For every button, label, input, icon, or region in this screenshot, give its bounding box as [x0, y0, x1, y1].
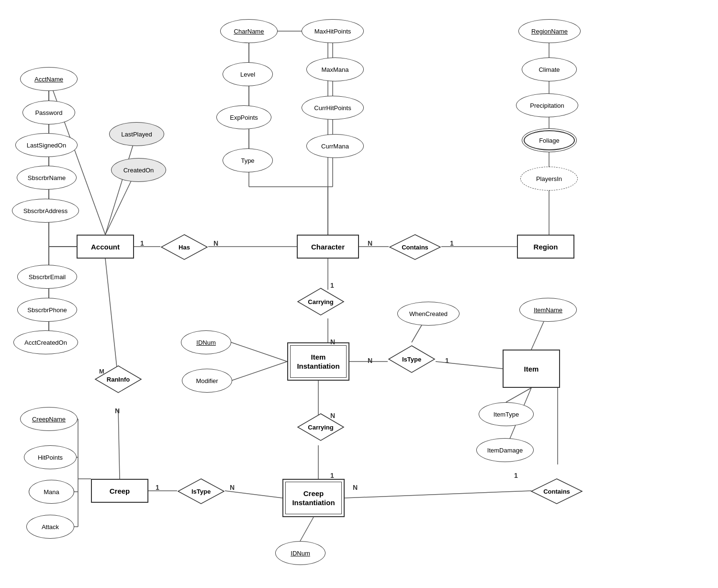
card-n-carrying-creep: N: [330, 412, 335, 419]
attr-password: Password: [22, 101, 75, 124]
attr-itemtype: ItemType: [479, 402, 534, 426]
attr-charname: CharName: [220, 19, 278, 43]
card-1-creep-istype: 1: [156, 484, 159, 491]
card-n-istype-creepInst: N: [230, 484, 235, 491]
attr-regionname: RegionName: [518, 19, 581, 43]
svg-line-57: [231, 342, 287, 362]
attr-climate: Climate: [522, 57, 577, 81]
attr-sbscrbr-phone: SbscrbrPhone: [17, 298, 77, 322]
rel-contains-region: Contains: [389, 234, 441, 260]
attr-creepname: CreepName: [20, 407, 78, 431]
rel-carrying-char: Carrying: [297, 287, 345, 316]
entity-item-instantiation: Item Instantiation: [287, 342, 349, 381]
attr-itemname: ItemName: [519, 298, 577, 322]
attr-sbscrbrname: SbscrbrName: [17, 166, 77, 190]
svg-line-78: [300, 517, 314, 541]
attr-acctname: AcctName: [20, 67, 78, 91]
entity-region: Region: [517, 235, 574, 259]
attr-currhitpoints: CurrHitPoints: [302, 96, 364, 120]
rel-contains-creep: Contains: [530, 478, 583, 505]
attr-acctcreatedon: AcctCreatedOn: [13, 330, 78, 354]
card-1-has-account: 1: [140, 239, 144, 247]
attr-sbscrbraddress: SbscrbrAddress: [12, 199, 79, 223]
attr-level: Level: [223, 62, 273, 86]
attr-currmana: CurrMana: [306, 134, 364, 158]
card-n-char-contains: N: [368, 239, 372, 247]
svg-line-77: [118, 409, 120, 479]
svg-line-67: [345, 491, 531, 498]
attr-sbscrbr-email: SbscrbrEmail: [17, 265, 77, 289]
card-n-has-char: N: [213, 239, 218, 247]
card-1-carrying-char: 1: [330, 282, 334, 289]
attr-mana-creep: Mana: [29, 480, 74, 504]
card-1-carrying-creepInst: 1: [330, 472, 334, 479]
attr-idnum-item: IDNum: [181, 330, 231, 354]
attr-type: Type: [223, 148, 273, 172]
svg-line-66: [225, 491, 282, 498]
attr-foliage: Foliage: [522, 128, 577, 152]
attr-maxhitpoints: MaxHitPoints: [302, 19, 364, 43]
attr-itemdamage: ItemDamage: [476, 438, 534, 462]
svg-line-79: [105, 134, 136, 235]
svg-line-61: [506, 388, 531, 402]
card-n-carrying-itemInst: N: [330, 338, 335, 346]
entity-item: Item: [503, 350, 560, 388]
entity-creep: Creep: [91, 479, 148, 503]
card-n-creepInst-contains: N: [353, 484, 358, 491]
rel-istype-item: IsType: [388, 345, 436, 373]
attr-whencreated: WhenCreated: [397, 302, 460, 326]
attr-lastplayed: LastPlayed: [109, 122, 164, 146]
er-diagram: Account Character Region Item Item Insta…: [0, 0, 718, 588]
rel-istype-creep: IsType: [177, 478, 225, 505]
card-m-raninfo: M: [99, 368, 104, 375]
card-n-itemInst-istype: N: [368, 357, 372, 364]
attr-modifier: Modifier: [182, 369, 232, 393]
attr-createdon: CreatedOn: [111, 158, 166, 182]
rel-has: Has: [160, 234, 208, 260]
svg-line-76: [105, 259, 118, 381]
card-1-contains-item: 1: [514, 472, 518, 479]
rel-carrying-creep: Carrying: [297, 413, 345, 441]
attr-maxmana: MaxMana: [306, 57, 364, 81]
attr-hitpoints: HitPoints: [24, 445, 77, 469]
attr-precipitation: Precipitation: [516, 93, 578, 117]
entity-character: Character: [297, 235, 359, 259]
card-1-contains-region: 1: [450, 239, 454, 247]
svg-line-58: [231, 362, 287, 381]
attr-idnum-creep: IDNum: [275, 541, 325, 565]
attr-exppoints: ExpPoints: [216, 105, 271, 129]
card-1-istype-item: 1: [445, 357, 449, 364]
entity-account: Account: [77, 235, 134, 259]
attr-attack: Attack: [26, 515, 74, 539]
attr-lastsignedon: LastSignedOn: [15, 133, 78, 157]
card-n-raninfo-creep: N: [115, 407, 120, 415]
entity-creep-instantiation: Creep Instantiation: [282, 479, 345, 517]
attr-playersin: PlayersIn: [520, 167, 578, 191]
